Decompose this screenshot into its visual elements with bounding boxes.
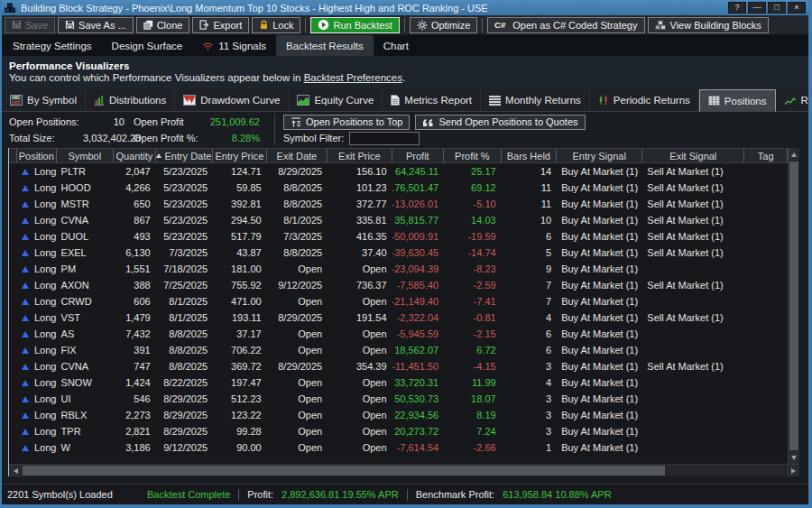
- tab-backtest-results[interactable]: Backtest Results: [276, 35, 374, 56]
- optimize-button[interactable]: Optimize: [410, 17, 477, 33]
- tab-strategy-settings[interactable]: Strategy Settings: [3, 35, 102, 56]
- send-open-positions-button[interactable]: Send Open Positions to Quotes: [415, 115, 585, 130]
- open-positions-to-top-button[interactable]: Open Positions to Top: [283, 115, 410, 130]
- cell-entry_price: 294.50: [213, 212, 267, 228]
- cell-exit_signal: Sell At Market (1): [642, 358, 744, 374]
- cell-exit_signal: Sell At Market (1): [642, 196, 744, 212]
- horizontal-scroll-thumb[interactable]: [23, 466, 665, 476]
- column-header-exit_price[interactable]: Exit Price: [328, 149, 392, 162]
- scroll-left-button[interactable]: [9, 465, 22, 476]
- cell-bars_held: 14: [502, 163, 558, 180]
- cell-profit: -21,149.40: [392, 293, 445, 309]
- cell-exit_signal: [642, 326, 744, 342]
- table-row[interactable]: LongFIX3918/8/2025706.22OpenOpen18,562.0…: [9, 342, 788, 358]
- table-row[interactable]: LongCRWD6068/1/2025471.00OpenOpen-21,149…: [9, 293, 788, 309]
- vertical-scrollbar[interactable]: [788, 148, 799, 464]
- scroll-up-button[interactable]: [789, 148, 799, 161]
- cell-entry_price: 90.00: [213, 439, 267, 456]
- column-header-entry_signal[interactable]: Entry Signal: [557, 149, 642, 162]
- scroll-right-button[interactable]: [787, 465, 799, 476]
- cell-position-label: Long: [34, 296, 56, 307]
- cell-entry_date: 8/1/2025: [156, 309, 213, 326]
- column-header-profit[interactable]: Profit: [392, 149, 445, 162]
- viz-tab-monthly-returns[interactable]: Monthly Returns: [481, 89, 590, 111]
- symbol-filter-label: Symbol Filter:: [283, 133, 344, 143]
- table-row[interactable]: LongSNOW1,4248/22/2025197.47OpenOpen33,7…: [9, 374, 788, 391]
- viz-tab-rolling-profit[interactable]: Rolling Profit: [776, 89, 812, 111]
- save-as-button[interactable]: Save As ...: [58, 17, 134, 33]
- cell-exit_price: 372.77: [328, 196, 392, 212]
- column-header-symbol[interactable]: Symbol: [57, 149, 114, 162]
- table-row[interactable]: LongEXEL6,1307/3/202543.878/8/202537.40-…: [9, 245, 788, 261]
- backtest-preferences-link[interactable]: Backtest Preferences: [304, 72, 402, 83]
- viz-tab-distributions[interactable]: Distributions: [86, 89, 175, 111]
- column-header-entry_date[interactable]: Entry Date: [156, 149, 213, 162]
- column-header-bars_held[interactable]: Bars Held: [502, 149, 558, 162]
- cell-entry_signal: Buy At Market (1): [557, 374, 642, 391]
- viz-tab-positions[interactable]: Positions: [699, 89, 776, 112]
- tab-design-surface[interactable]: Design Surface: [102, 35, 193, 56]
- tab-chart[interactable]: Chart: [374, 35, 419, 56]
- table-row[interactable]: LongUI5468/29/2025512.23OpenOpen50,530.7…: [9, 391, 788, 407]
- cell-exit_signal: Sell At Market (1): [642, 228, 744, 245]
- cell-entry_signal: Buy At Market (1): [557, 358, 642, 374]
- cell-position-label: Long: [34, 199, 56, 209]
- cell-position: Long: [17, 358, 57, 374]
- column-header-tag[interactable]: Tag: [744, 149, 788, 162]
- table-row[interactable]: LongRBLX2,2738/29/2025123.22OpenOpen22,9…: [9, 407, 788, 423]
- table-row[interactable]: LongAS7,4328/8/202537.17OpenOpen-5,945.5…: [9, 326, 788, 342]
- tab-signals-label: 11 Signals: [218, 41, 266, 51]
- column-header-position[interactable]: Position: [17, 149, 57, 162]
- cell-entry_date: 5/23/2025: [156, 163, 213, 180]
- table-row[interactable]: LongAXON3887/25/2025755.929/12/2025736.3…: [9, 277, 788, 293]
- table-row[interactable]: LongHOOD4,2665/23/202559.858/8/2025101.2…: [9, 180, 788, 196]
- table-row[interactable]: LongPLTR2,0475/23/2025124.718/29/2025156…: [9, 163, 788, 180]
- export-button[interactable]: Export: [192, 17, 249, 33]
- viz-tab-periodic-returns[interactable]: Periodic Returns: [590, 89, 699, 111]
- tab-signals[interactable]: 11 Signals: [192, 35, 276, 56]
- horizontal-scrollbar[interactable]: [9, 464, 799, 476]
- cell-quantity: 2,273: [114, 407, 156, 423]
- view-building-blocks-button[interactable]: View Building Blocks: [648, 17, 769, 33]
- viz-tab-drawdown-curve[interactable]: Drawdown Curve: [175, 89, 289, 111]
- symbol-filter-input[interactable]: [349, 132, 420, 145]
- column-header-exit_date[interactable]: Exit Date: [267, 149, 328, 162]
- cell-bars_held: 3: [502, 391, 558, 407]
- lock-button[interactable]: Lock: [252, 17, 300, 33]
- column-header-entry_price[interactable]: Entry Price: [213, 149, 267, 162]
- horizontal-scroll-track[interactable]: [22, 465, 787, 476]
- table-row[interactable]: LongMSTR6505/23/2025392.818/8/2025372.77…: [9, 196, 788, 212]
- cell-exit_price: Open: [328, 423, 392, 439]
- table-row[interactable]: LongDUOL4935/23/2025517.797/3/2025416.35…: [9, 228, 788, 245]
- help-button[interactable]: ?: [728, 2, 746, 14]
- save-button[interactable]: Save: [5, 17, 55, 33]
- viz-tab-by-symbol[interactable]: ABCOFFBy Symbol: [2, 89, 86, 111]
- column-header-profit_pct[interactable]: Profit %: [444, 149, 501, 162]
- minimize-button[interactable]: —: [748, 2, 766, 14]
- cell-exit_price: Open: [328, 326, 392, 342]
- cell-profit: 64,245.11: [392, 163, 445, 180]
- long-position-icon: [22, 429, 29, 435]
- run-backtest-button[interactable]: Run Backtest: [310, 17, 399, 33]
- cell-entry_price: 124.71: [213, 163, 267, 180]
- maximize-button[interactable]: □: [768, 2, 786, 14]
- table-row[interactable]: LongCVNA8675/23/2025294.508/1/2025335.81…: [9, 212, 788, 228]
- vertical-scroll-thumb[interactable]: [789, 162, 798, 450]
- table-row[interactable]: LongPM1,5517/18/2025181.00OpenOpen-23,09…: [9, 261, 788, 277]
- scroll-down-button[interactable]: [789, 451, 799, 464]
- open-csharp-button[interactable]: C#Open as C# Coded Strategy: [487, 17, 644, 33]
- cell-profit_pct: -19.59: [444, 228, 501, 245]
- table-row[interactable]: LongCVNA7478/8/2025369.728/29/2025354.39…: [9, 358, 788, 374]
- column-header-quantity[interactable]: Quantity: [114, 149, 156, 162]
- lock-button-label: Lock: [272, 20, 293, 31]
- cell-entry_date: 5/23/2025: [156, 212, 213, 228]
- column-header-exit_signal[interactable]: Exit Signal: [642, 149, 744, 162]
- table-row[interactable]: LongW3,1869/12/202590.00OpenOpen-7,614.5…: [9, 439, 788, 456]
- table-row[interactable]: LongVST1,4798/1/2025193.118/29/2025191.5…: [9, 309, 788, 326]
- clone-button[interactable]: Clone: [136, 17, 190, 33]
- viz-tab-equity-curve[interactable]: Equity Curve: [289, 89, 383, 111]
- close-button[interactable]: ×: [788, 2, 806, 14]
- cell-tag: [744, 407, 788, 423]
- table-row[interactable]: LongTPR2,8218/29/202599.28OpenOpen20,273…: [9, 423, 788, 439]
- viz-tab-metrics-report[interactable]: Metrics Report: [383, 89, 481, 111]
